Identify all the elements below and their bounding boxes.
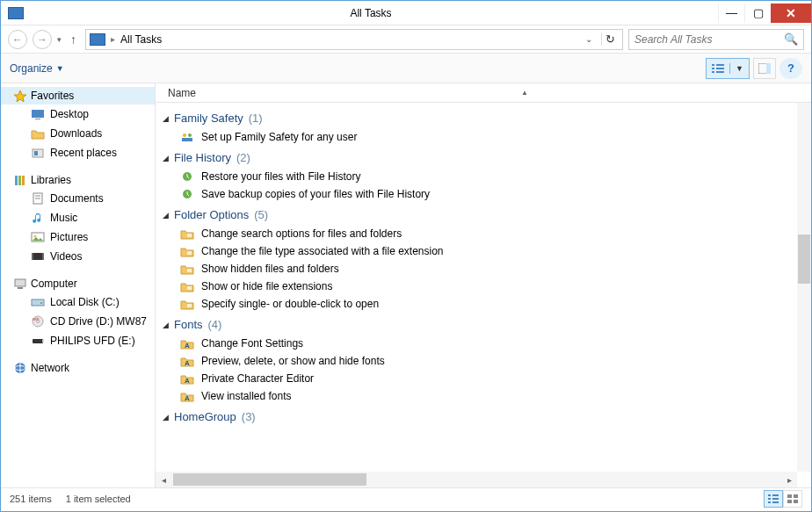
horizontal-scroll-thumb[interactable]: [173, 473, 366, 486]
svg-text:A: A: [185, 377, 190, 385]
collapse-icon: ◢: [163, 154, 169, 162]
group-header-file-history[interactable]: ◢File History (2): [156, 146, 811, 168]
back-button[interactable]: ←: [8, 30, 27, 49]
search-input[interactable]: [634, 33, 784, 46]
video-icon: [31, 250, 45, 263]
organize-menu[interactable]: Organize ▼: [10, 62, 64, 75]
sidebar-group-computer[interactable]: Computer: [1, 275, 155, 292]
task-item[interactable]: Save backup copies of your files with Fi…: [156, 185, 811, 203]
maximize-button[interactable]: ▢: [744, 4, 771, 23]
svg-rect-2: [712, 68, 714, 69]
sidebar-item-pictures[interactable]: Pictures: [1, 227, 155, 247]
column-name-label: Name: [168, 87, 196, 99]
refresh-button[interactable]: ↻: [601, 32, 619, 46]
scroll-right-icon[interactable]: ▸: [781, 475, 797, 485]
task-item[interactable]: APrivate Character Editor: [156, 370, 811, 387]
sidebar-item-desktop[interactable]: Desktop: [1, 105, 155, 124]
task-item[interactable]: APreview, delete, or show and hide fonts: [156, 352, 811, 370]
sidebar-group-label: Libraries: [31, 174, 71, 186]
task-item[interactable]: Change the file type associated with a f…: [156, 242, 811, 260]
details-view-statusbtn[interactable]: [764, 490, 783, 508]
status-selected: 1 item selected: [66, 494, 131, 504]
recent-locations-dropdown[interactable]: ▾: [57, 35, 62, 44]
group-count: (3): [242, 410, 256, 423]
svg-rect-51: [772, 494, 779, 496]
font-icon: A: [180, 389, 194, 403]
svg-rect-9: [32, 110, 44, 118]
content-pane[interactable]: Name ▲ ◢Family Safety (1)Set up Family S…: [156, 83, 811, 487]
svg-rect-21: [32, 253, 44, 260]
svg-rect-7: [766, 63, 771, 74]
preview-pane-button[interactable]: [753, 58, 776, 79]
forward-button[interactable]: →: [33, 30, 52, 49]
task-item[interactable]: Show hidden files and folders: [156, 260, 811, 278]
column-header-name[interactable]: Name ▲: [156, 83, 811, 103]
task-item[interactable]: Change search options for files and fold…: [156, 225, 811, 242]
address-history-dropdown[interactable]: ⌄: [582, 34, 596, 44]
app-icon: [8, 7, 24, 19]
view-mode-button[interactable]: ▼: [706, 58, 750, 79]
task-item[interactable]: Specify single- or double-click to open: [156, 295, 811, 313]
folderopt-icon: [180, 244, 194, 258]
collapse-icon: ◢: [163, 413, 169, 422]
task-item[interactable]: Show or hide file extensions: [156, 278, 811, 295]
minimize-button[interactable]: —: [718, 4, 744, 23]
group-count: (2): [236, 151, 250, 164]
svg-point-20: [34, 235, 37, 238]
svg-rect-44: [187, 286, 192, 290]
sidebar-item-videos[interactable]: Videos: [1, 247, 155, 266]
svg-rect-53: [772, 498, 779, 500]
sidebar-item-label: Downloads: [50, 126, 102, 141]
sidebar-item-philips-ufd-e-[interactable]: PHILIPS UFD (E:): [1, 331, 155, 350]
sidebar-item-documents[interactable]: Documents: [1, 189, 155, 208]
sidebar-item-music[interactable]: Music: [1, 208, 155, 227]
group-header-fonts[interactable]: ◢Fonts (4): [156, 313, 811, 335]
sidebar-item-downloads[interactable]: Downloads: [1, 124, 155, 143]
svg-rect-1: [716, 64, 724, 66]
vertical-scrollbar[interactable]: [797, 103, 811, 472]
scroll-left-icon[interactable]: ◂: [156, 475, 171, 485]
sidebar-group-network[interactable]: Network: [1, 359, 155, 377]
close-button[interactable]: ✕: [771, 4, 811, 23]
up-button[interactable]: ↑: [67, 32, 80, 47]
svg-marker-8: [14, 90, 26, 102]
family-icon: [180, 130, 194, 144]
svg-rect-43: [187, 269, 192, 272]
sidebar-group-favorites[interactable]: Favorites: [1, 87, 155, 105]
address-bar[interactable]: ▸ All Tasks ⌄ ↻: [85, 29, 623, 50]
icons-view-statusbtn[interactable]: [783, 490, 802, 508]
help-button[interactable]: ?: [779, 58, 802, 79]
task-item[interactable]: Set up Family Safety for any user: [156, 128, 811, 146]
status-total: 251 items: [10, 494, 52, 504]
vertical-scroll-thumb[interactable]: [798, 234, 810, 284]
task-item[interactable]: Restore your files with File History: [156, 168, 811, 185]
task-label: Change Font Settings: [201, 337, 303, 350]
sidebar-group-libraries[interactable]: Libraries: [1, 171, 155, 189]
recent-icon: [31, 147, 45, 159]
details-view-icon[interactable]: [707, 63, 730, 74]
task-label: Save backup copies of your files with Fi…: [201, 188, 430, 200]
svg-rect-0: [712, 64, 714, 66]
svg-rect-59: [794, 500, 798, 503]
breadcrumb-location[interactable]: All Tasks: [120, 33, 162, 46]
svg-rect-57: [794, 494, 798, 498]
svg-rect-12: [34, 151, 38, 155]
task-item[interactable]: AChange Font Settings: [156, 335, 811, 352]
group-title: Family Safety: [174, 112, 243, 125]
sidebar-item-recent-places[interactable]: Recent places: [1, 143, 155, 162]
group-header-folder-options[interactable]: ◢Folder Options (5): [156, 203, 811, 225]
group-header-family-safety[interactable]: ◢Family Safety (1): [156, 106, 811, 128]
sidebar-item-cd-drive-d-mw87[interactable]: winCD Drive (D:) MW87: [1, 312, 155, 331]
font-icon: A: [180, 354, 194, 368]
pic-icon: [31, 231, 45, 243]
group-header-homegroup[interactable]: ◢HomeGroup (3): [156, 405, 811, 427]
horizontal-scrollbar[interactable]: ◂ ▸: [156, 472, 797, 487]
view-dropdown-icon[interactable]: ▼: [730, 64, 749, 73]
svg-rect-52: [768, 498, 771, 500]
sidebar-item-label: Desktop: [50, 107, 89, 121]
task-item[interactable]: AView installed fonts: [156, 387, 811, 405]
search-box[interactable]: 🔍: [628, 29, 804, 50]
svg-rect-15: [22, 176, 25, 185]
navigation-pane[interactable]: FavoritesDesktopDownloadsRecent placesLi…: [1, 83, 156, 487]
sidebar-item-local-disk-c-[interactable]: Local Disk (C:): [1, 292, 155, 312]
